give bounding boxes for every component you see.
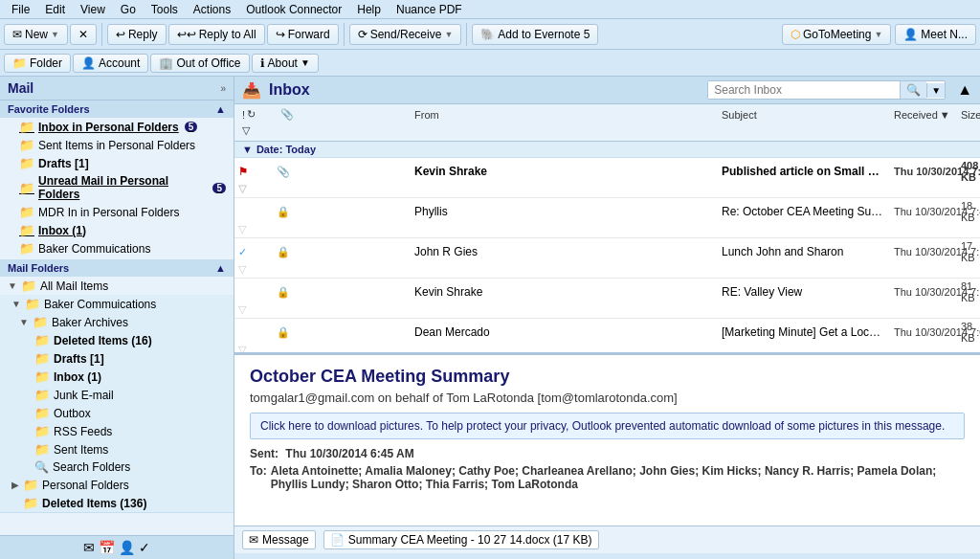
sidebar-item-sent-personal[interactable]: 📁 Sent Items in Personal Folders: [0, 136, 234, 154]
deleted-personal-icon: 📁: [23, 496, 38, 510]
menu-help[interactable]: Help: [349, 1, 389, 18]
tree-sent-baker[interactable]: 📁 Sent Items: [0, 440, 234, 458]
add-evernote-button[interactable]: 🐘 Add to Evernote 5: [472, 24, 598, 45]
sidebar-collapse[interactable]: »: [220, 83, 226, 94]
account-button[interactable]: 👤 Account: [73, 54, 148, 73]
sidebar-item-inbox-personal[interactable]: 📁 Inbox in Personal Folders 5: [0, 118, 234, 136]
email-from-0: Kevin Shrake: [411, 165, 718, 178]
meet-button[interactable]: 👤 Meet N...: [895, 24, 976, 45]
email-row-0[interactable]: ⚑ 📎 Kevin Shrake Published article on Sm…: [234, 158, 980, 198]
email-list[interactable]: ! ↻ 📎 From Subject Received ▼ Size ▽: [234, 104, 980, 353]
search-button[interactable]: 🔍: [900, 81, 926, 99]
search-input[interactable]: [708, 81, 900, 99]
preview-sent: Sent: Thu 10/30/2014 6:45 AM: [250, 447, 965, 460]
tree-rss-baker[interactable]: 📁 RSS Feeds: [0, 422, 234, 440]
menu-file[interactable]: File: [4, 1, 37, 18]
mail-folders-collapse-icon[interactable]: ▲: [215, 262, 226, 274]
menu-outlook-connector[interactable]: Outlook Connector: [238, 1, 349, 18]
new-dropdown-arrow[interactable]: ▼: [51, 30, 59, 39]
menu-actions[interactable]: Actions: [186, 1, 238, 18]
search-dropdown-arrow[interactable]: ▼: [926, 83, 945, 98]
menu-nuance-pdf[interactable]: Nuance PDF: [389, 1, 470, 18]
sidebar-scroll[interactable]: Favorite Folders ▲ 📁 Inbox in Personal F…: [0, 101, 234, 535]
delete-button[interactable]: ✕: [70, 24, 97, 45]
tree-baker-archives[interactable]: ▼ 📁 Baker Archives: [0, 313, 234, 331]
attachment-doc[interactable]: 📄 Summary CEA Meeting - 10 27 14.docx (1…: [323, 530, 599, 549]
sidebar-item-all-mail[interactable]: ▼ 📁 All Mail Items: [0, 277, 234, 295]
sidebar-item-drafts[interactable]: 📁 Drafts [1]: [0, 154, 234, 172]
menu-edit[interactable]: Edit: [37, 1, 73, 18]
preview-pane: October CEA Meeting Summary tomgalar1@gm…: [234, 353, 980, 525]
menu-bar: File Edit View Go Tools Actions Outlook …: [0, 0, 980, 19]
mail-folders-header[interactable]: Mail Folders ▲: [0, 259, 234, 277]
attachment-col-icon: 📎: [280, 108, 294, 121]
favorite-collapse-icon[interactable]: ▲: [215, 103, 226, 115]
folder-toolbar-icon: 📁: [12, 56, 27, 70]
about-button[interactable]: ℹ About ▼: [252, 54, 319, 73]
email-flag-col-4: ▽: [238, 344, 277, 353]
col-filter[interactable]: ▽: [238, 123, 277, 139]
email-from-1: Phyllis: [411, 205, 718, 218]
lock-icon-2: 🔒: [277, 246, 290, 258]
col-from[interactable]: From: [411, 107, 718, 123]
email-row-4[interactable]: 🔒 Dean Mercado [Marketing Minute] Get a …: [234, 319, 980, 353]
red-flag-icon: ⚑: [238, 166, 248, 178]
menu-tools[interactable]: Tools: [144, 1, 186, 18]
folder-button[interactable]: 📁 Folder: [4, 54, 71, 73]
inbox-header-icon: 📥: [242, 81, 261, 100]
email-subject-1: Re: October CEA Meeting Summary: [718, 205, 890, 218]
sidebar-item-inbox[interactable]: 📁 Inbox (1): [0, 221, 234, 239]
inbox-scroll-up[interactable]: ▲: [957, 81, 972, 99]
favorite-folders-header[interactable]: Favorite Folders ▲: [0, 101, 234, 118]
sidebar-item-mdr[interactable]: 📁 MDR In in Personal Folders: [0, 203, 234, 221]
out-of-office-button[interactable]: 🏢 Out of Office: [150, 54, 249, 73]
filter-icon[interactable]: ▽: [242, 124, 250, 137]
tree-personal-folders[interactable]: ▶ 📁 Personal Folders: [0, 476, 234, 494]
forward-button[interactable]: ↪ Forward: [267, 24, 339, 45]
contacts-nav-icon[interactable]: 👤: [119, 540, 135, 555]
email-row-1[interactable]: 🔒 Phyllis Re: October CEA Meeting Summar…: [234, 198, 980, 238]
gotomeeting-arrow[interactable]: ▼: [874, 30, 882, 39]
tasks-nav-icon[interactable]: ✓: [139, 540, 150, 555]
tree-baker-commuications[interactable]: ▼ 📁 Baker Commuications: [0, 295, 234, 313]
tree-drafts-baker[interactable]: 📁 Drafts [1]: [0, 349, 234, 368]
tree-outbox-baker[interactable]: 📁 Outbox: [0, 404, 234, 422]
check-icon: ✓: [238, 246, 247, 258]
send-receive-arrow[interactable]: ▼: [444, 30, 453, 39]
expand-personal-icon[interactable]: ▶: [11, 480, 19, 490]
menu-go[interactable]: Go: [113, 1, 144, 18]
preview-warning[interactable]: Click here to download pictures. To help…: [250, 413, 965, 439]
send-receive-button[interactable]: ⟳ Send/Receive ▼: [349, 24, 462, 45]
menu-view[interactable]: View: [73, 1, 113, 18]
reply-button[interactable]: ↩ Reply: [107, 24, 167, 45]
col-received[interactable]: Received ▼: [890, 107, 957, 123]
expand-archives-icon[interactable]: ▼: [19, 317, 29, 327]
col-size[interactable]: Size: [957, 107, 976, 123]
inbox-folder-icon: 📁: [19, 223, 34, 237]
inbox-baker-icon: 📁: [34, 369, 50, 384]
gotomeeting-button[interactable]: ⬡ GoToMeeting ▼: [782, 24, 891, 45]
email-row-2[interactable]: ✓ 🔒 John R Gies Lunch John and Sharon Th…: [234, 238, 980, 279]
email-flag-col-2: ▽: [238, 263, 277, 276]
sidebar-bottom-icons: ✉ 📅 👤 ✓: [0, 535, 234, 559]
out-of-office-icon: 🏢: [159, 56, 173, 70]
all-mail-dropdown-icon[interactable]: ▼: [8, 280, 17, 291]
reply-all-button[interactable]: ↩↩ Reply to All: [168, 24, 265, 45]
attachment-message[interactable]: ✉ Message: [242, 530, 316, 549]
mail-nav-icon[interactable]: ✉: [83, 540, 95, 555]
tree-deleted-baker[interactable]: 📁 Deleted Items (16): [0, 331, 234, 349]
tree-search-baker[interactable]: 🔍 Search Folders: [0, 458, 234, 476]
tree-inbox-baker[interactable]: 📁 Inbox (1): [0, 368, 234, 386]
col-subject[interactable]: Subject: [718, 107, 890, 123]
tree-junk-baker[interactable]: 📁 Junk E-mail: [0, 386, 234, 404]
sidebar-item-baker[interactable]: 📁 Baker Commuications: [0, 239, 234, 257]
expand-baker-icon[interactable]: ▼: [11, 299, 21, 309]
calendar-nav-icon[interactable]: 📅: [99, 540, 115, 555]
email-row-3[interactable]: 🔒 Kevin Shrake RE: Valley View Thu 10/30…: [234, 279, 980, 319]
tree-deleted-personal[interactable]: 📁 Deleted Items (136): [0, 494, 234, 512]
new-button[interactable]: ✉ New ▼: [4, 24, 68, 45]
about-arrow[interactable]: ▼: [301, 57, 310, 68]
email-subject-0: Published article on Small Balance Claim…: [718, 165, 890, 178]
date-group-arrow[interactable]: ▼: [242, 144, 253, 155]
sidebar-item-unread[interactable]: 📁 Unread Mail in Personal Folders 5: [0, 172, 234, 203]
